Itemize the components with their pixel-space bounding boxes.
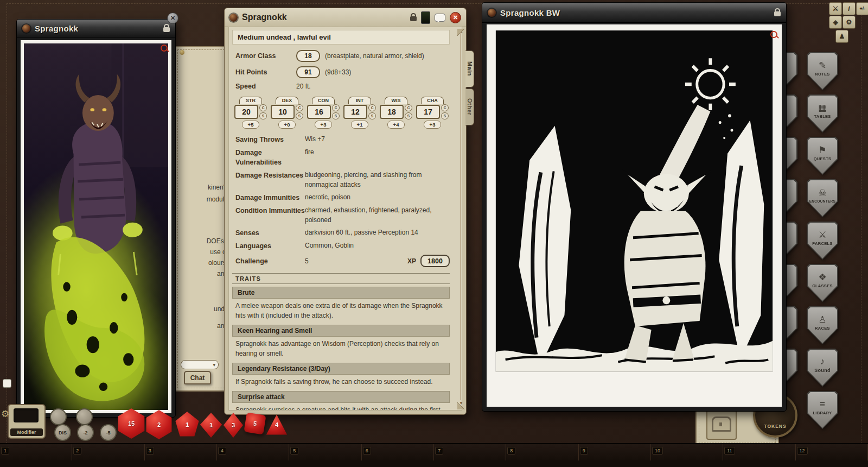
trait-name-keen-hearing[interactable]: Keen Hearing and Smell xyxy=(232,325,450,337)
modifier-label: Modifier xyxy=(10,428,43,436)
ability-modifier[interactable]: +5 xyxy=(242,121,259,129)
ability-score[interactable]: 12 xyxy=(343,105,367,119)
check-roll-button[interactable]: C xyxy=(441,104,449,111)
armor-class-note: (breastplate, natural armor, shield) xyxy=(325,52,424,60)
modifier-slot[interactable] xyxy=(14,408,39,422)
hit-points-value[interactable]: 91 xyxy=(296,66,320,78)
ability-modifier[interactable]: +0 xyxy=(278,121,296,129)
sidebar-item-notes[interactable]: ✎ NOTES xyxy=(807,52,838,90)
sidebar-item-tables[interactable]: ▦ TABLES xyxy=(807,94,838,132)
window-orb-icon[interactable] xyxy=(488,9,496,17)
info-icon[interactable]: i xyxy=(843,2,856,15)
character-icon[interactable]: ♟ xyxy=(835,30,848,43)
ability-score[interactable]: 20 xyxy=(234,105,258,119)
save-roll-button[interactable]: S xyxy=(296,112,303,119)
tab-other[interactable]: Other xyxy=(465,89,474,125)
window-orb-icon[interactable] xyxy=(229,14,238,22)
tab-main[interactable]: Main xyxy=(465,51,474,87)
hotkey-slot-6[interactable]: 6 xyxy=(362,444,434,460)
combat-swords-icon[interactable]: ⚔ xyxy=(829,2,842,15)
ability-modifier[interactable]: +3 xyxy=(315,121,332,129)
save-roll-button[interactable]: S xyxy=(368,112,376,119)
hotkey-slot-10[interactable]: 10 xyxy=(651,444,723,460)
detail-value: darkvision 60 ft., passive Perception 14 xyxy=(305,228,450,238)
chat-stitch-border xyxy=(177,49,227,388)
settings-gear-icon[interactable]: ⚙ xyxy=(1,408,9,420)
bw-titlebar[interactable]: Spragnokk BW xyxy=(482,3,786,23)
hotkey-slot-11[interactable]: 11 xyxy=(723,444,795,460)
check-roll-button[interactable]: C xyxy=(259,104,267,111)
trait-name-surprise-attack[interactable]: Surprise attack xyxy=(232,391,450,403)
modifier-button-minus5[interactable]: -5 xyxy=(100,424,117,441)
trait-name-brute[interactable]: Brute xyxy=(232,287,450,299)
chat-chip-icon[interactable] xyxy=(3,379,11,388)
ability-score[interactable]: 18 xyxy=(380,105,404,119)
check-roll-button[interactable]: C xyxy=(368,104,376,111)
page-curl-bottom-icon[interactable] xyxy=(457,402,464,409)
hotkey-slot-5[interactable]: 5 xyxy=(289,444,361,460)
chat-mode-dropdown[interactable]: ▾ xyxy=(181,360,219,369)
zoom-pin-icon[interactable] xyxy=(161,45,168,52)
lock-icon[interactable] xyxy=(774,11,781,16)
modifier-button-minus2[interactable]: -2 xyxy=(77,424,94,441)
hotkey-slot-1[interactable]: 1 xyxy=(0,444,72,460)
detail-value: Common, Goblin xyxy=(305,241,450,251)
check-roll-button[interactable]: C xyxy=(332,104,340,111)
hotkey-slot-12[interactable]: 12 xyxy=(796,444,868,460)
hotkey-slot-9[interactable]: 9 xyxy=(579,444,651,460)
modifier-button-1[interactable] xyxy=(50,408,67,425)
sidebar-item-parcels[interactable]: ⚔ PARCELS xyxy=(807,222,838,260)
sidebar-item-quests[interactable]: ⚑ QUESTS xyxy=(807,137,838,175)
statblock-titlebar[interactable]: Spragnokk ✕ xyxy=(225,8,466,27)
ability-modifier[interactable]: +1 xyxy=(351,121,368,129)
close-button[interactable]: ✕ xyxy=(167,12,178,24)
saving-throws-row: Saving Throws Wis +7 xyxy=(229,133,453,146)
ability-score[interactable]: 16 xyxy=(307,105,331,119)
save-roll-button[interactable]: S xyxy=(405,112,412,119)
modifier-button-dis[interactable]: DIS xyxy=(54,424,71,441)
lock-icon[interactable] xyxy=(410,16,417,21)
xp-value[interactable]: 1800 xyxy=(420,255,450,267)
sidebar-item-races[interactable]: ♙ RACES xyxy=(807,306,838,344)
gear-icon[interactable]: ⚙ xyxy=(843,16,856,29)
save-roll-button[interactable]: S xyxy=(332,112,340,119)
hotkey-slot-2[interactable]: 2 xyxy=(72,444,144,460)
sidebar-item-library[interactable]: ≡ LIBRARY xyxy=(807,391,838,429)
sidebar-item-sound[interactable]: ♪ Sound xyxy=(807,349,838,387)
npc-token-thumbnail[interactable] xyxy=(421,11,430,24)
sidebar-item-encounters[interactable]: ☠ ENCOUNTERS xyxy=(807,179,838,217)
plus-minus-icon[interactable]: +/- xyxy=(856,2,868,15)
ability-score[interactable]: 10 xyxy=(271,105,295,119)
hotkey-slot-7[interactable]: 7 xyxy=(434,444,506,460)
hotkey-slot-4[interactable]: 4 xyxy=(217,444,289,460)
check-roll-button[interactable]: C xyxy=(296,104,303,111)
zoom-pin-icon[interactable] xyxy=(770,31,777,38)
modifier-button-2[interactable] xyxy=(76,408,93,425)
ability-modifier[interactable]: +3 xyxy=(424,121,441,129)
hotkey-slot-3[interactable]: 3 xyxy=(145,444,217,460)
dice-icon[interactable]: ◈ xyxy=(829,16,842,29)
portrait-titlebar[interactable]: Spragnokk xyxy=(17,20,175,37)
check-roll-button[interactable]: C xyxy=(405,104,412,111)
hotkey-bar: 1 2 3 4 5 6 7 8 9 10 11 12 xyxy=(0,443,868,460)
hotkey-slot-8[interactable]: 8 xyxy=(506,444,578,460)
chest-button[interactable] xyxy=(706,408,737,440)
modifier-box[interactable]: Modifier xyxy=(8,404,46,439)
lock-icon[interactable] xyxy=(163,27,170,32)
die-d6[interactable]: 5 xyxy=(244,412,266,434)
armor-class-value[interactable]: 18 xyxy=(296,50,320,62)
window-orb-icon[interactable] xyxy=(22,24,30,33)
scroll-rail[interactable] xyxy=(461,33,461,400)
page-curl-top-icon[interactable] xyxy=(457,29,464,36)
creature-type-line: Medium undead , lawful evil xyxy=(232,30,450,45)
trait-name-legendary-resistance[interactable]: Legendary Resistance (3/Day) xyxy=(232,363,450,375)
save-roll-button[interactable]: S xyxy=(441,112,449,119)
detail-value: Wis +7 xyxy=(305,135,450,144)
chat-tab-button[interactable]: Chat xyxy=(184,371,211,384)
close-button[interactable]: ✕ xyxy=(450,12,461,23)
chat-share-icon[interactable] xyxy=(435,14,445,22)
save-roll-button[interactable]: S xyxy=(259,112,267,119)
ability-modifier[interactable]: +4 xyxy=(387,121,405,129)
sidebar-item-classes[interactable]: ❖ CLASSES xyxy=(807,264,838,302)
ability-score[interactable]: 17 xyxy=(416,105,440,119)
